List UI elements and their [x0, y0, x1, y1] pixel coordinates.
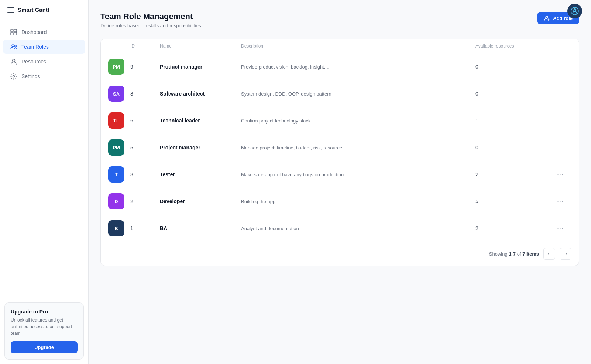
sidebar-label-settings: Settings: [21, 73, 40, 79]
roles-table: ID Name Description Available resources …: [100, 39, 579, 266]
row-actions-button[interactable]: ···: [549, 171, 571, 178]
sidebar-item-dashboard[interactable]: Dashboard: [3, 25, 85, 39]
cell-description: Confirm project technology stack: [241, 118, 475, 124]
col-header-description: Description: [241, 44, 475, 49]
role-badge: PM: [108, 139, 124, 156]
table-row[interactable]: D 2 Developer Building the app 5 ···: [101, 188, 579, 215]
cell-name: Tester: [160, 171, 241, 177]
cell-resources: 0: [475, 145, 549, 150]
cell-id: 8: [130, 91, 160, 97]
page-subtitle: Define roles based on skills and respons…: [100, 23, 202, 28]
pagination-info: Showing 1-7 of 7 items: [489, 251, 539, 257]
pagination-prev-button[interactable]: ←: [543, 248, 555, 260]
cell-resources: 2: [475, 171, 549, 177]
sidebar-item-team-roles[interactable]: Team Roles: [3, 40, 85, 54]
role-badge: PM: [108, 59, 124, 75]
col-header-id: ID: [130, 44, 160, 49]
page-header: Team Role Management Define roles based …: [100, 12, 579, 28]
cell-resources: 5: [475, 198, 549, 204]
pagination: Showing 1-7 of 7 items ← →: [101, 242, 579, 266]
table-row[interactable]: PM 9 Product manager Provide product vis…: [101, 53, 579, 80]
row-actions-button[interactable]: ···: [549, 117, 571, 125]
role-badge-cell: PM: [108, 59, 130, 75]
page-title-section: Team Role Management Define roles based …: [100, 12, 202, 28]
sidebar-label-team-roles: Team Roles: [21, 44, 49, 50]
role-badge: B: [108, 220, 124, 236]
app-title: Smart Gantt: [18, 7, 49, 13]
role-badge-cell: SA: [108, 86, 130, 102]
cell-id: 6: [130, 118, 160, 124]
cell-resources: 2: [475, 225, 549, 231]
upgrade-title: Upgrade to Pro: [11, 309, 78, 315]
upgrade-button[interactable]: Upgrade: [11, 341, 78, 353]
svg-point-6: [13, 59, 15, 62]
cell-name: BA: [160, 225, 241, 231]
cell-description: Manage project: timeline, budget, risk, …: [241, 145, 475, 150]
cell-id: 2: [130, 198, 160, 204]
cell-name: Technical leader: [160, 118, 241, 124]
cell-resources: 0: [475, 91, 549, 97]
cell-id: 9: [130, 64, 160, 70]
table-row[interactable]: B 1 BA Analyst and documentation 2 ···: [101, 215, 579, 242]
col-header-name: Name: [160, 44, 241, 49]
row-actions-button[interactable]: ···: [549, 198, 571, 205]
role-badge-cell: TL: [108, 112, 130, 129]
settings-icon: [10, 73, 17, 80]
svg-point-7: [13, 76, 15, 77]
table-row[interactable]: TL 6 Technical leader Confirm project te…: [101, 107, 579, 134]
add-role-icon: [544, 15, 550, 21]
cell-description: System design, DDD, OOP, design pattern: [241, 91, 475, 97]
role-badge-cell: D: [108, 193, 130, 209]
table-body: PM 9 Product manager Provide product vis…: [101, 53, 579, 242]
svg-point-9: [574, 9, 576, 11]
svg-point-10: [546, 16, 548, 18]
svg-rect-1: [14, 29, 17, 32]
cell-description: Building the app: [241, 199, 475, 204]
team-roles-icon: [10, 44, 17, 50]
resources-icon: [10, 58, 17, 65]
cell-name: Developer: [160, 198, 241, 204]
user-avatar[interactable]: [567, 4, 582, 18]
svg-point-4: [12, 45, 14, 47]
sidebar-label-resources: Resources: [21, 59, 46, 65]
role-badge: T: [108, 166, 124, 183]
role-badge: TL: [108, 112, 124, 129]
table-row[interactable]: SA 8 Software architect System design, D…: [101, 80, 579, 107]
sidebar-item-resources[interactable]: Resources: [3, 55, 85, 69]
svg-point-5: [15, 45, 17, 47]
sidebar-header: Smart Gantt: [0, 0, 88, 20]
cell-id: 1: [130, 225, 160, 231]
topbar: [559, 0, 591, 22]
cell-id: 3: [130, 171, 160, 177]
svg-rect-3: [14, 32, 17, 35]
cell-description: Make sure app not have any bugs on produ…: [241, 172, 475, 177]
dashboard-icon: [10, 29, 17, 35]
sidebar-label-dashboard: Dashboard: [21, 29, 47, 35]
cell-id: 5: [130, 145, 160, 150]
table-row[interactable]: T 3 Tester Make sure app not have any bu…: [101, 161, 579, 188]
sidebar: Smart Gantt Dashboard: [0, 0, 89, 364]
sidebar-item-settings[interactable]: Settings: [3, 69, 85, 83]
upgrade-panel: Upgrade to Pro Unlock all features and g…: [4, 302, 84, 360]
row-actions-button[interactable]: ···: [549, 144, 571, 152]
hamburger-icon[interactable]: [7, 7, 14, 13]
table-row[interactable]: PM 5 Project manager Manage project: tim…: [101, 134, 579, 161]
col-header-actions: [549, 44, 571, 49]
cell-name: Product manager: [160, 64, 241, 70]
col-header-badge: [108, 44, 130, 49]
role-badge-cell: PM: [108, 139, 130, 156]
row-actions-button[interactable]: ···: [549, 90, 571, 98]
svg-rect-2: [11, 32, 13, 35]
row-actions-button[interactable]: ···: [549, 225, 571, 232]
cell-resources: 1: [475, 118, 549, 124]
main-content: Team Role Management Define roles based …: [89, 0, 591, 364]
cell-resources: 0: [475, 64, 549, 70]
cell-description: Provide product vision, backlog, insight…: [241, 64, 475, 70]
upgrade-description: Unlock all features and get unlimited ac…: [11, 317, 78, 337]
role-badge-cell: T: [108, 166, 130, 183]
page-title: Team Role Management: [100, 12, 202, 21]
row-actions-button[interactable]: ···: [549, 63, 571, 71]
sidebar-nav: Dashboard Team Roles Resourc: [0, 20, 88, 298]
pagination-next-button[interactable]: →: [560, 248, 571, 260]
cell-name: Project manager: [160, 145, 241, 150]
